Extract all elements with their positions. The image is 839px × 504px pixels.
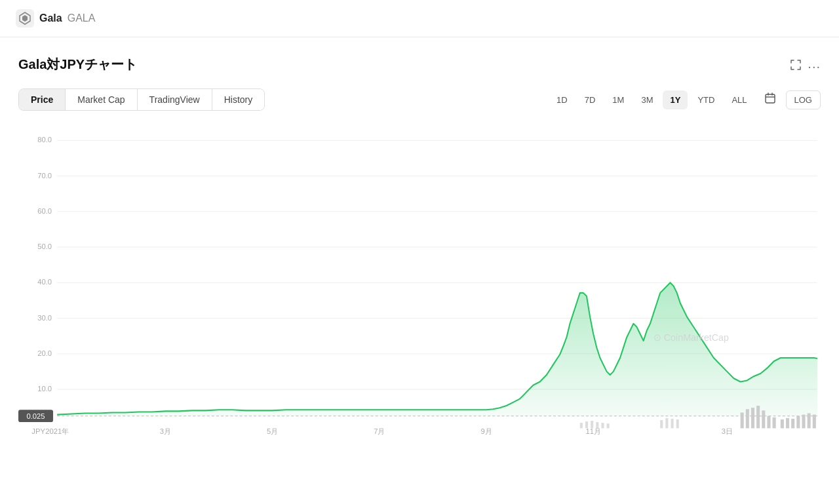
gala-logo-icon [16,9,34,28]
svg-rect-25 [601,423,604,428]
svg-rect-34 [756,406,760,428]
svg-text:2021年: 2021年 [45,427,69,435]
svg-rect-41 [796,416,800,429]
time-btn-all[interactable]: ALL [724,90,754,109]
svg-rect-30 [676,419,679,429]
calendar-icon-btn[interactable] [757,88,783,111]
svg-rect-36 [767,416,770,429]
svg-rect-33 [751,408,754,428]
chart-controls: Price Market Cap TradingView History 1D … [18,88,821,111]
svg-rect-35 [762,410,765,428]
time-btn-1m[interactable]: 1M [605,90,631,109]
svg-rect-39 [786,418,789,429]
tab-tradingview[interactable]: TradingView [138,89,212,110]
chart-area: 80.0 70.0 60.0 50.0 40.0 30.0 20.0 10.0 … [18,122,821,436]
svg-text:JPY: JPY [31,427,45,435]
svg-text:40.0: 40.0 [37,278,52,286]
time-btn-1d[interactable]: 1D [549,90,575,109]
more-options-icon[interactable]: ··· [808,59,821,74]
chart-container: Gala対JPYチャート ··· Price Market Cap Tradin… [0,37,839,436]
svg-rect-29 [671,419,674,429]
svg-rect-27 [660,420,663,429]
svg-rect-38 [781,419,784,429]
svg-text:60.0: 60.0 [37,207,52,215]
svg-text:3月: 3月 [160,427,171,435]
expand-icon[interactable] [789,58,802,75]
svg-rect-40 [791,419,794,429]
svg-text:50.0: 50.0 [37,242,52,250]
time-btn-7d[interactable]: 7D [577,90,603,109]
svg-rect-42 [802,415,805,429]
svg-text:20.0: 20.0 [37,349,52,357]
tab-marketcap[interactable]: Market Cap [66,89,137,110]
coin-ticker: GALA [68,12,96,24]
svg-text:9月: 9月 [480,427,492,435]
tab-price[interactable]: Price [19,89,66,110]
svg-text:30.0: 30.0 [37,313,52,321]
svg-text:7月: 7月 [374,427,385,435]
svg-text:⊙ CoinMarketCap: ⊙ CoinMarketCap [654,332,729,343]
price-chart-svg: 80.0 70.0 60.0 50.0 40.0 30.0 20.0 10.0 … [18,122,821,436]
svg-text:3日: 3日 [722,427,733,435]
svg-rect-26 [607,423,610,428]
chart-tab-group: Price Market Cap TradingView History [18,88,265,111]
top-icons: ··· [789,58,821,75]
time-btn-ytd[interactable]: YTD [690,90,722,109]
svg-rect-32 [746,409,749,428]
coin-name: Gala [39,12,62,24]
time-btn-1y[interactable]: 1Y [663,90,688,109]
svg-text:10.0: 10.0 [37,385,52,393]
chart-title: Gala対JPYチャート [18,56,137,73]
top-bar: Gala GALA [0,0,839,37]
svg-text:0.025: 0.025 [27,412,45,420]
svg-rect-21 [580,423,583,428]
svg-text:70.0: 70.0 [37,171,52,179]
time-btn-3m[interactable]: 3M [634,90,660,109]
svg-text:11月: 11月 [586,427,601,435]
log-btn[interactable]: LOG [786,90,821,109]
svg-rect-28 [665,418,668,429]
svg-rect-43 [808,414,811,429]
time-controls: 1D 7D 1M 3M 1Y YTD ALL LOG [549,88,821,111]
svg-rect-37 [773,417,776,429]
svg-rect-31 [741,412,744,428]
svg-text:5月: 5月 [267,427,278,435]
logo: Gala GALA [16,9,95,28]
svg-rect-44 [813,415,816,429]
tab-history[interactable]: History [212,89,265,110]
svg-rect-1 [766,94,775,103]
svg-text:80.0: 80.0 [37,136,52,144]
